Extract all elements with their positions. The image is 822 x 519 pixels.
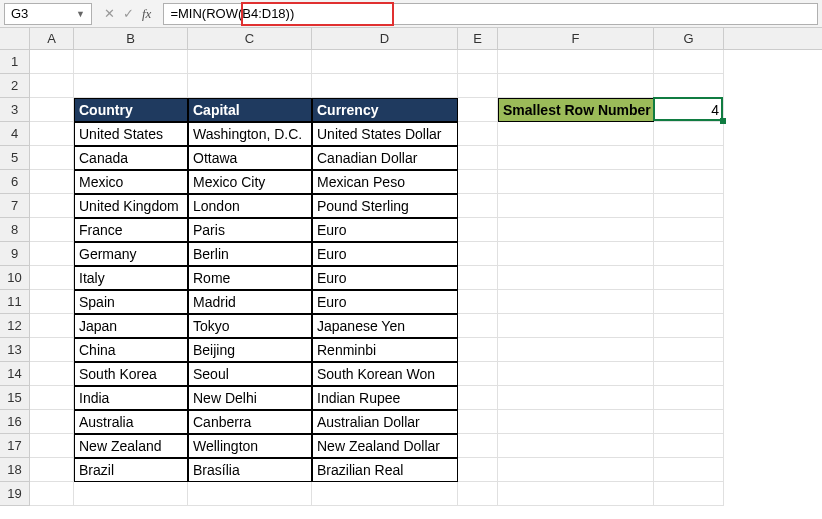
cell-D1[interactable]: [312, 50, 458, 74]
cell-E3[interactable]: [458, 98, 498, 122]
cell-B8[interactable]: France: [74, 218, 188, 242]
cell-A9[interactable]: [30, 242, 74, 266]
row-header-14[interactable]: 14: [0, 362, 30, 386]
cell-G1[interactable]: [654, 50, 724, 74]
cell-G6[interactable]: [654, 170, 724, 194]
cell-B19[interactable]: [74, 482, 188, 506]
cell-E15[interactable]: [458, 386, 498, 410]
cell-G15[interactable]: [654, 386, 724, 410]
col-header-b[interactable]: B: [74, 28, 188, 49]
fx-icon[interactable]: fx: [142, 6, 151, 22]
cell-F4[interactable]: [498, 122, 654, 146]
cell-C17[interactable]: Wellington: [188, 434, 312, 458]
cell-F18[interactable]: [498, 458, 654, 482]
cell-D7[interactable]: Pound Sterling: [312, 194, 458, 218]
cell-B12[interactable]: Japan: [74, 314, 188, 338]
cell-D3[interactable]: Currency: [312, 98, 458, 122]
cell-E13[interactable]: [458, 338, 498, 362]
cell-E7[interactable]: [458, 194, 498, 218]
cell-A13[interactable]: [30, 338, 74, 362]
cell-A19[interactable]: [30, 482, 74, 506]
row-header-7[interactable]: 7: [0, 194, 30, 218]
row-header-6[interactable]: 6: [0, 170, 30, 194]
cell-F1[interactable]: [498, 50, 654, 74]
cell-E8[interactable]: [458, 218, 498, 242]
cell-E19[interactable]: [458, 482, 498, 506]
cell-F16[interactable]: [498, 410, 654, 434]
row-header-12[interactable]: 12: [0, 314, 30, 338]
cell-B7[interactable]: United Kingdom: [74, 194, 188, 218]
formula-input[interactable]: =MIN(ROW(B4:D18)): [163, 3, 818, 25]
row-header-13[interactable]: 13: [0, 338, 30, 362]
cell-E18[interactable]: [458, 458, 498, 482]
cell-E11[interactable]: [458, 290, 498, 314]
cell-D8[interactable]: Euro: [312, 218, 458, 242]
cell-F9[interactable]: [498, 242, 654, 266]
cell-B11[interactable]: Spain: [74, 290, 188, 314]
row-header-1[interactable]: 1: [0, 50, 30, 74]
cell-D18[interactable]: Brazilian Real: [312, 458, 458, 482]
cell-G19[interactable]: [654, 482, 724, 506]
cell-G17[interactable]: [654, 434, 724, 458]
cell-F10[interactable]: [498, 266, 654, 290]
cell-G16[interactable]: [654, 410, 724, 434]
cell-A4[interactable]: [30, 122, 74, 146]
row-header-9[interactable]: 9: [0, 242, 30, 266]
col-header-g[interactable]: G: [654, 28, 724, 49]
col-header-f[interactable]: F: [498, 28, 654, 49]
cell-A6[interactable]: [30, 170, 74, 194]
cell-B14[interactable]: South Korea: [74, 362, 188, 386]
row-header-16[interactable]: 16: [0, 410, 30, 434]
cell-A5[interactable]: [30, 146, 74, 170]
cell-C5[interactable]: Ottawa: [188, 146, 312, 170]
cell-B18[interactable]: Brazil: [74, 458, 188, 482]
cell-E6[interactable]: [458, 170, 498, 194]
cell-A12[interactable]: [30, 314, 74, 338]
cell-G5[interactable]: [654, 146, 724, 170]
cell-A16[interactable]: [30, 410, 74, 434]
cell-B3[interactable]: Country: [74, 98, 188, 122]
cell-D12[interactable]: Japanese Yen: [312, 314, 458, 338]
cell-E5[interactable]: [458, 146, 498, 170]
cell-B17[interactable]: New Zealand: [74, 434, 188, 458]
cell-D6[interactable]: Mexican Peso: [312, 170, 458, 194]
col-header-c[interactable]: C: [188, 28, 312, 49]
cell-C9[interactable]: Berlin: [188, 242, 312, 266]
cell-A11[interactable]: [30, 290, 74, 314]
cell-G13[interactable]: [654, 338, 724, 362]
col-header-d[interactable]: D: [312, 28, 458, 49]
cell-A18[interactable]: [30, 458, 74, 482]
cell-G18[interactable]: [654, 458, 724, 482]
cell-E1[interactable]: [458, 50, 498, 74]
cell-C8[interactable]: Paris: [188, 218, 312, 242]
cell-E2[interactable]: [458, 74, 498, 98]
cell-E9[interactable]: [458, 242, 498, 266]
select-all-corner[interactable]: [0, 28, 30, 49]
cell-G10[interactable]: [654, 266, 724, 290]
cell-F2[interactable]: [498, 74, 654, 98]
cell-B13[interactable]: China: [74, 338, 188, 362]
cell-A7[interactable]: [30, 194, 74, 218]
row-header-2[interactable]: 2: [0, 74, 30, 98]
cell-D17[interactable]: New Zealand Dollar: [312, 434, 458, 458]
cell-B15[interactable]: India: [74, 386, 188, 410]
row-header-10[interactable]: 10: [0, 266, 30, 290]
cell-G4[interactable]: [654, 122, 724, 146]
cell-C12[interactable]: Tokyo: [188, 314, 312, 338]
row-header-17[interactable]: 17: [0, 434, 30, 458]
cell-G14[interactable]: [654, 362, 724, 386]
cell-D4[interactable]: United States Dollar: [312, 122, 458, 146]
cell-B16[interactable]: Australia: [74, 410, 188, 434]
cell-C3[interactable]: Capital: [188, 98, 312, 122]
col-header-a[interactable]: A: [30, 28, 74, 49]
cell-F14[interactable]: [498, 362, 654, 386]
row-header-19[interactable]: 19: [0, 482, 30, 506]
cancel-icon[interactable]: ✕: [104, 6, 115, 21]
cell-D11[interactable]: Euro: [312, 290, 458, 314]
cell-C10[interactable]: Rome: [188, 266, 312, 290]
cell-D19[interactable]: [312, 482, 458, 506]
cell-F12[interactable]: [498, 314, 654, 338]
cell-E16[interactable]: [458, 410, 498, 434]
cell-C15[interactable]: New Delhi: [188, 386, 312, 410]
cell-A10[interactable]: [30, 266, 74, 290]
